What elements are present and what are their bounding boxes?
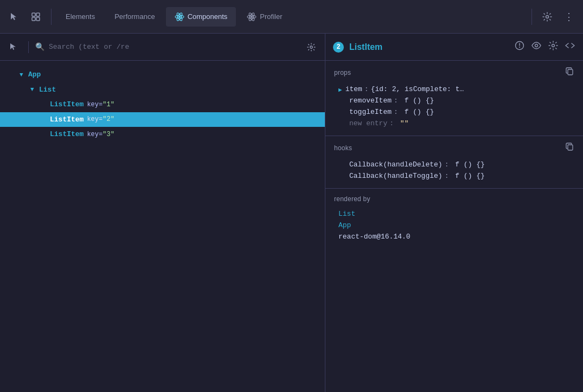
- prop-newentry: new entry : "": [334, 118, 574, 129]
- tab-bar: Elements Performance Components Profiler: [0, 0, 583, 34]
- svg-rect-20: [568, 145, 573, 150]
- tab-separator-1: [51, 9, 52, 25]
- listitem1-name: ListItem: [50, 99, 84, 110]
- inspect-icon-btn[interactable]: [26, 7, 46, 27]
- tree-item-listitem3[interactable]: ListItem key="3": [0, 127, 325, 142]
- select-element-btn[interactable]: [5, 39, 22, 55]
- prop-name-removeitem: removeItem: [349, 97, 392, 105]
- component-tree: ▼ App ▼ List ListItem key="1" ListItem k…: [0, 61, 325, 392]
- tab-components[interactable]: Components: [166, 7, 236, 27]
- hook-value-handletoggle: f () {}: [451, 172, 484, 180]
- listitem2-key: key="2": [87, 114, 114, 124]
- tab-performance[interactable]: Performance: [106, 7, 163, 27]
- suspend-icon[interactable]: [515, 41, 524, 53]
- prop-name-newentry: new entry: [349, 119, 387, 127]
- copy-hooks-icon[interactable]: [566, 143, 574, 153]
- copy-props-icon[interactable]: [566, 67, 574, 78]
- cursor-small-icon: [9, 43, 18, 52]
- prop-name-item: item: [345, 85, 362, 93]
- listitem3-name: ListItem: [50, 129, 84, 140]
- svg-point-4: [178, 16, 181, 18]
- search-input[interactable]: [49, 43, 299, 51]
- hook-handledelete: Callback(handleDelete) : f () {}: [334, 159, 574, 170]
- props-section-header: props: [334, 67, 574, 78]
- tree-arrow-app: ▼: [20, 70, 26, 80]
- svg-point-8: [251, 16, 253, 18]
- source-code-icon[interactable]: [565, 41, 575, 53]
- prop-value-item: {id: 2, isComplete: t…: [371, 85, 464, 93]
- gear-icon: [542, 12, 552, 22]
- cursor-icon-btn[interactable]: [4, 7, 24, 27]
- hooks-section: hooks Callback(handleDelete) : f () {} C…: [325, 136, 583, 189]
- prop-item[interactable]: ▶ item : {id: 2, isComplete: t…: [334, 83, 574, 95]
- settings-btn[interactable]: [537, 7, 557, 27]
- hook-colon-handletoggle: :: [445, 172, 449, 180]
- listitem1-key: key="1": [87, 100, 114, 110]
- react-profiler-icon: [247, 12, 257, 22]
- svg-rect-3: [36, 17, 40, 21]
- listitem2-name: ListItem: [50, 114, 84, 125]
- react-components-icon: [175, 12, 184, 22]
- hooks-section-header: hooks: [334, 143, 574, 153]
- hook-name-handletoggle: Callback(handleToggle): [349, 172, 443, 180]
- svg-point-17: [535, 44, 538, 47]
- more-icon: ⋮: [564, 11, 574, 23]
- cursor-icon: [9, 12, 19, 22]
- prop-value-newentry: "": [396, 119, 408, 127]
- left-panel: 🔍 ▼ App ▼ List: [0, 34, 325, 392]
- props-section: props ▶ item : {id: 2, isComplete: t… re…: [325, 61, 583, 136]
- listitem3-key: key="3": [87, 130, 114, 139]
- svg-rect-2: [32, 17, 35, 21]
- search-icon: 🔍: [35, 42, 44, 52]
- right-toolbar-icons: [515, 41, 575, 53]
- tab-components-label: Components: [188, 12, 228, 21]
- tab-profiler-label: Profiler: [260, 12, 282, 21]
- tab-right-icons: ⋮: [528, 7, 579, 27]
- hooks-title: hooks: [334, 144, 352, 152]
- app-component-name: App: [28, 69, 41, 80]
- tree-arrow-list: ▼: [30, 85, 37, 94]
- rendered-by-app[interactable]: App: [334, 220, 574, 231]
- tab-elements[interactable]: Elements: [57, 7, 104, 27]
- tree-item-listitem2[interactable]: ListItem key="2": [0, 112, 325, 127]
- prop-colon-toggleitem: :: [394, 108, 398, 116]
- rendered-by-list[interactable]: List: [334, 208, 574, 220]
- component-badge: 2: [333, 42, 344, 53]
- svg-rect-19: [568, 69, 573, 75]
- hook-name-handledelete: Callback(handleDelete): [349, 160, 443, 169]
- component-title: ListItem: [349, 42, 509, 52]
- view-source-icon[interactable]: [531, 41, 542, 53]
- prop-removeitem: removeItem : f () {}: [334, 95, 574, 106]
- rendered-by-reactdom: react-dom@16.14.0: [334, 231, 574, 242]
- gear-small-icon: [307, 43, 316, 52]
- search-settings-btn[interactable]: [303, 39, 319, 55]
- main-area: 🔍 ▼ App ▼ List: [0, 34, 583, 392]
- svg-rect-0: [32, 13, 35, 16]
- tab-performance-label: Performance: [114, 12, 155, 21]
- tree-item-list[interactable]: ▼ List: [0, 82, 325, 98]
- rendered-by-header: rendered by: [334, 195, 574, 203]
- hook-value-handledelete: f () {}: [451, 160, 484, 169]
- svg-point-12: [546, 15, 549, 18]
- prop-arrow-item: ▶: [338, 86, 342, 93]
- rendered-by-title: rendered by: [334, 195, 370, 203]
- right-panel: 2 ListItem: [325, 34, 583, 392]
- tree-item-listitem1[interactable]: ListItem key="1": [0, 97, 325, 112]
- tree-item-app[interactable]: ▼ App: [0, 67, 325, 82]
- list-component-name: List: [39, 85, 56, 95]
- svg-rect-1: [36, 13, 40, 16]
- toolbar-separator: [28, 41, 29, 53]
- more-btn[interactable]: ⋮: [559, 7, 579, 27]
- rendered-by-section: rendered by List App react-dom@16.14.0: [325, 189, 583, 249]
- prop-name-toggleitem: toggleItem: [349, 108, 392, 116]
- prop-toggleitem: toggleItem : f () {}: [334, 106, 574, 118]
- tab-elements-label: Elements: [66, 12, 95, 21]
- right-toolbar: 2 ListItem: [325, 34, 583, 61]
- component-settings-icon[interactable]: [548, 41, 558, 53]
- svg-point-13: [310, 46, 312, 48]
- tab-profiler[interactable]: Profiler: [238, 7, 291, 27]
- prop-value-removeitem: f () {}: [400, 97, 434, 105]
- left-toolbar: 🔍: [0, 34, 325, 61]
- hook-colon-handledelete: :: [445, 160, 449, 169]
- hook-handletoggle: Callback(handleToggle) : f () {}: [334, 170, 574, 182]
